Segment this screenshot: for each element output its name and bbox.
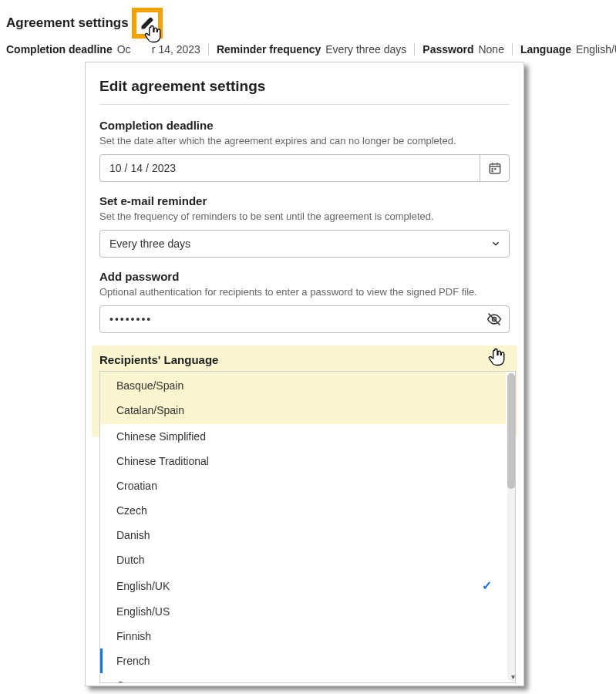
reminder-select[interactable]: Every three days	[99, 230, 510, 258]
page-title: Agreement settings	[6, 15, 129, 31]
deadline-month: 10	[109, 162, 122, 174]
language-option[interactable]: French	[100, 649, 506, 673]
deadline-input[interactable]: 10 / 14 / 2023	[99, 154, 510, 182]
language-option-label: Catalan/Spain	[116, 404, 184, 416]
pencil-icon	[140, 16, 154, 30]
password-section: Add password Optional authentication for…	[99, 270, 510, 333]
agreement-settings-header: Agreement settings Completion deadline O…	[0, 0, 616, 56]
scrollbar[interactable]: ▾	[507, 373, 515, 681]
language-option-label: English/UK	[116, 580, 170, 592]
reminder-title: Set e-mail reminder	[99, 194, 510, 207]
language-option-label: Chinese Simplified	[116, 430, 206, 443]
language-dropdown: Basque/SpainCatalan/SpainChinese Simplif…	[99, 371, 516, 683]
language-option[interactable]: Catalan/Spain	[100, 398, 506, 423]
summary-password-value: None	[478, 43, 503, 56]
calendar-button[interactable]	[480, 155, 509, 181]
summary-language-value: English/UK	[576, 43, 616, 56]
check-icon: ✓	[482, 578, 492, 593]
language-option-label: Basque/Spain	[116, 379, 183, 392]
language-option[interactable]: Chinese Traditional	[100, 449, 506, 473]
svg-rect-6	[491, 170, 493, 172]
reminder-value: Every three days	[100, 238, 490, 250]
summary-language-label: Language	[520, 43, 571, 56]
chevron-down-icon	[490, 238, 501, 249]
language-option-label: German	[116, 679, 156, 682]
calendar-icon	[488, 161, 502, 175]
deadline-desc: Set the date after which the agreement e…	[99, 135, 510, 147]
language-option[interactable]: German	[100, 673, 506, 682]
deadline-day: 14	[130, 162, 143, 174]
language-option-label: Danish	[116, 529, 150, 541]
eye-off-icon	[486, 312, 502, 327]
toggle-password-visibility[interactable]	[480, 312, 509, 327]
svg-rect-5	[494, 168, 496, 170]
settings-summary-row: Completion deadline October 14, 2023 Rem…	[6, 43, 610, 56]
summary-reminder-label: Reminder frequency	[217, 43, 321, 56]
modal-title: Edit agreement settings	[99, 78, 510, 105]
reminder-section: Set e-mail reminder Set the frequency of…	[99, 194, 510, 258]
language-option[interactable]: Basque/Spain	[100, 373, 506, 398]
summary-password-label: Password	[422, 43, 473, 56]
reminder-desc: Set the frequency of reminders to be sen…	[99, 211, 510, 222]
language-option-label: Czech	[116, 504, 147, 517]
language-option-label: Croatian	[116, 480, 157, 492]
language-title: Recipients' Language	[99, 353, 510, 366]
scroll-down-arrow[interactable]: ▾	[511, 672, 515, 681]
password-desc: Optional authentication for recipients t…	[99, 286, 510, 298]
language-option[interactable]: Finnish	[100, 624, 506, 649]
language-option[interactable]: Croatian	[100, 473, 506, 498]
password-input[interactable]: ••••••••	[99, 305, 510, 333]
summary-reminder-value: Every three days	[325, 43, 406, 56]
summary-deadline-label: Completion deadline	[6, 43, 113, 56]
language-option-label: Dutch	[116, 554, 145, 566]
edit-agreement-modal: Edit agreement settings Completion deadl…	[85, 62, 524, 686]
deadline-section: Completion deadline Set the date after w…	[99, 119, 510, 182]
language-option-label: French	[116, 655, 150, 667]
language-option-label: English/US	[116, 605, 170, 618]
scrollbar-thumb[interactable]	[507, 373, 515, 489]
language-option[interactable]: Dutch	[100, 547, 506, 572]
password-value: ••••••••	[100, 313, 480, 325]
language-option-label: Chinese Traditional	[116, 455, 209, 467]
password-title: Add password	[99, 270, 510, 283]
deadline-title: Completion deadline	[99, 119, 510, 132]
language-option[interactable]: English/US	[100, 599, 506, 624]
language-option-label: Finnish	[116, 630, 151, 642]
language-option[interactable]: English/UK✓	[100, 572, 506, 599]
language-option[interactable]: Chinese Simplified	[100, 424, 506, 449]
language-option[interactable]: Czech	[100, 498, 506, 523]
language-option[interactable]: Danish	[100, 523, 506, 547]
edit-settings-button[interactable]	[132, 8, 163, 39]
deadline-year: 2023	[152, 162, 176, 174]
summary-deadline-value: October 14, 2023	[117, 43, 200, 56]
svg-rect-4	[491, 168, 493, 170]
